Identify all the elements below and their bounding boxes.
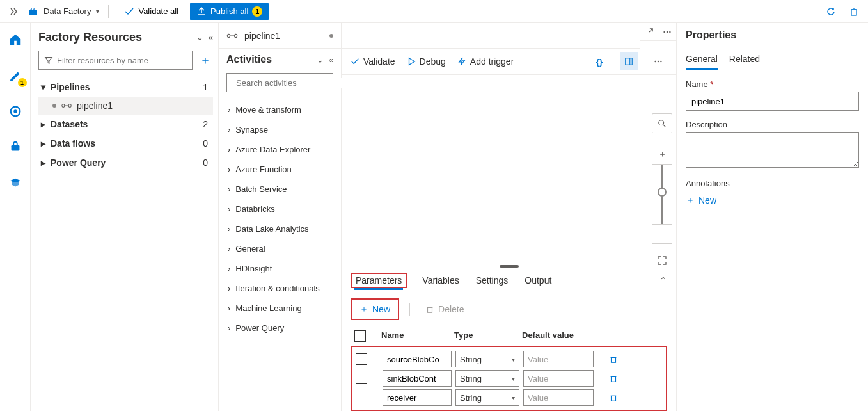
publish-count-badge: 1: [252, 6, 262, 17]
svg-rect-9: [62, 104, 65, 108]
play-icon: [407, 57, 416, 66]
param-default-input[interactable]: Value: [523, 389, 594, 406]
debug-button[interactable]: Debug: [407, 56, 446, 67]
collapse-panel-icon[interactable]: «: [329, 55, 333, 65]
pipeline-canvas[interactable]: [342, 75, 648, 266]
more-menu-button[interactable]: [649, 52, 667, 70]
search-activities-input[interactable]: [226, 73, 333, 92]
param-name-input[interactable]: [383, 370, 452, 387]
tab-output[interactable]: Output: [523, 273, 553, 288]
activity-group[interactable]: ›Data Lake Analytics: [226, 219, 333, 239]
description-textarea[interactable]: [686, 132, 859, 168]
rail-learn[interactable]: [3, 170, 28, 196]
chevron-down-icon[interactable]: ▾: [96, 8, 99, 15]
svg-rect-29: [428, 307, 432, 312]
canvas-search-button[interactable]: [652, 113, 672, 133]
rail-manage[interactable]: [3, 134, 28, 160]
row-checkbox[interactable]: [356, 353, 367, 365]
more-menu-button[interactable]: [658, 23, 676, 41]
add-annotation-button[interactable]: ＋ New: [686, 195, 716, 206]
rail-monitor[interactable]: [3, 99, 28, 124]
tree-group-dataflows[interactable]: ▸Data flows 0: [38, 134, 213, 153]
svg-point-27: [659, 120, 664, 125]
param-name-input[interactable]: [383, 389, 452, 406]
row-checkbox[interactable]: [356, 392, 367, 403]
activity-group[interactable]: ›Machine Learning: [226, 298, 333, 318]
collapse-bottom-panel-button[interactable]: ⌃: [659, 275, 667, 286]
expand-collapse-icon[interactable]: ⌄: [196, 33, 203, 42]
pipeline-name-input[interactable]: [686, 92, 859, 111]
validate-all-button[interactable]: Validate all: [118, 4, 185, 19]
svg-point-19: [667, 31, 668, 32]
activity-group[interactable]: ›Azure Function: [226, 159, 333, 179]
row-checkbox[interactable]: [356, 373, 367, 384]
parameter-row: String▾ Value: [352, 369, 666, 388]
fit-to-screen-button[interactable]: [657, 255, 667, 266]
row-delete-button[interactable]: [597, 374, 629, 383]
param-type-select[interactable]: String▾: [455, 351, 519, 367]
filter-text[interactable]: [57, 56, 187, 65]
tab-settings[interactable]: Settings: [475, 273, 510, 288]
svg-rect-33: [612, 376, 616, 382]
filter-resources-input[interactable]: [38, 51, 193, 70]
delete-parameter-button[interactable]: Delete: [420, 302, 469, 317]
param-name-input[interactable]: [383, 351, 452, 367]
tree-item-pipeline1[interactable]: pipeline1: [38, 97, 213, 115]
activity-group[interactable]: ›Move & transform: [226, 100, 333, 120]
add-trigger-button[interactable]: Add trigger: [457, 56, 514, 67]
activity-group[interactable]: ›Iteration & conditionals: [226, 278, 333, 298]
search-activities-text[interactable]: [236, 78, 343, 88]
activity-group[interactable]: ›Azure Data Explorer: [226, 140, 333, 159]
publish-all-button[interactable]: Publish all 1: [190, 3, 269, 20]
activity-group[interactable]: ›General: [226, 239, 333, 259]
chevron-down-icon: ▾: [512, 356, 515, 363]
svg-marker-2: [32, 8, 35, 10]
rail-author[interactable]: 1: [3, 63, 28, 88]
resources-title: Factory Resources: [38, 31, 142, 44]
param-type-select[interactable]: String▾: [455, 389, 519, 406]
expand-chevrons-button[interactable]: [5, 3, 23, 20]
tree-group-pipelines[interactable]: ▾Pipelines 1: [38, 77, 213, 97]
row-delete-button[interactable]: [597, 393, 629, 402]
activity-group[interactable]: ›Databricks: [226, 199, 333, 219]
resize-handle[interactable]: [500, 265, 519, 268]
rail-home[interactable]: [3, 27, 28, 52]
zoom-slider[interactable]: [661, 165, 663, 224]
open-tab-label[interactable]: pipeline1: [244, 31, 280, 41]
expand-collapse-icon[interactable]: ⌄: [317, 55, 324, 65]
zoom-in-button[interactable]: ＋: [652, 145, 672, 165]
tree-group-powerquery[interactable]: ▸Power Query 0: [38, 153, 213, 172]
tab-variables[interactable]: Variables: [421, 273, 460, 288]
collapse-panel-icon[interactable]: «: [209, 33, 213, 42]
json-view-button[interactable]: {}: [590, 52, 608, 70]
prop-tab-related[interactable]: Related: [729, 50, 760, 70]
tree-group-datasets[interactable]: ▸Datasets 2: [38, 115, 213, 134]
new-parameter-button[interactable]: ＋ New: [354, 301, 395, 318]
top-toolbar: Data Factory ▾ Validate all Publish all …: [0, 0, 868, 23]
prop-tab-general[interactable]: General: [686, 50, 718, 70]
expand-canvas-button[interactable]: [640, 23, 658, 41]
discard-button[interactable]: [845, 3, 863, 20]
plus-icon: ＋: [359, 303, 368, 315]
add-resource-button[interactable]: ＋: [198, 52, 213, 68]
param-type-select[interactable]: String▾: [455, 370, 519, 387]
activity-group[interactable]: ›Batch Service: [226, 179, 333, 199]
refresh-button[interactable]: [822, 3, 840, 20]
row-delete-button[interactable]: [597, 355, 629, 364]
param-default-input[interactable]: Value: [523, 370, 594, 387]
param-default-input[interactable]: Value: [523, 351, 594, 367]
upload-icon: [196, 6, 207, 17]
validate-button[interactable]: Validate: [351, 56, 395, 67]
zoom-out-button[interactable]: −: [652, 224, 672, 244]
activity-group[interactable]: ›Power Query: [226, 318, 333, 338]
svg-rect-0: [29, 10, 37, 15]
properties-toggle-button[interactable]: [620, 52, 638, 70]
activity-group[interactable]: ›Synapse: [226, 120, 333, 140]
caret-right-icon: ›: [228, 184, 230, 194]
caret-right-icon: ▸: [41, 138, 45, 149]
activity-group[interactable]: ›HDInsight: [226, 259, 333, 278]
breadcrumb[interactable]: Data Factory: [43, 6, 91, 16]
tab-parameters[interactable]: Parameters: [354, 273, 403, 290]
resource-tree: ▾Pipelines 1 pipeline1 ▸Datasets 2 ▸Data…: [38, 74, 213, 172]
select-all-checkbox[interactable]: [354, 330, 366, 342]
